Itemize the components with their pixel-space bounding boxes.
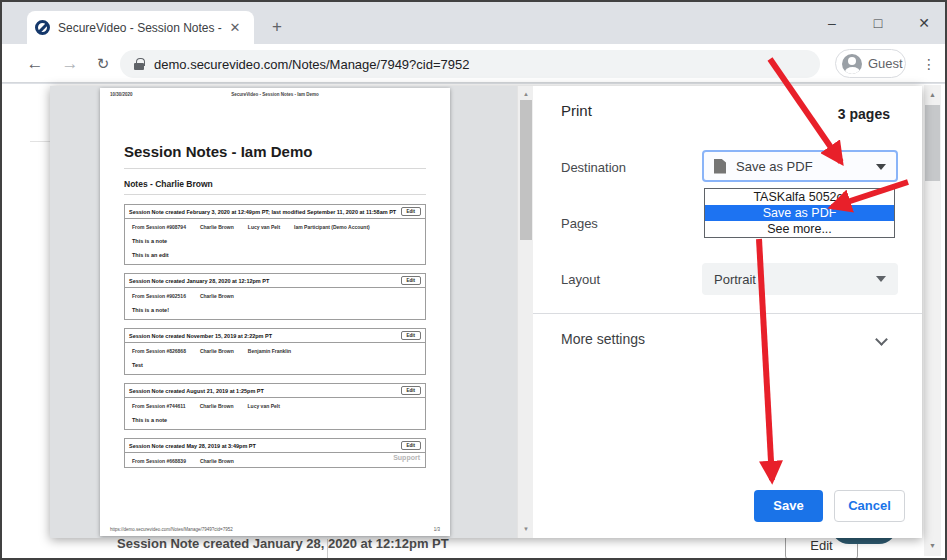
- new-tab-button[interactable]: +: [264, 14, 290, 40]
- caret-down-icon: [876, 164, 886, 170]
- support-watermark: Support: [393, 454, 420, 461]
- scroll-down-icon[interactable]: ▼: [924, 539, 941, 553]
- minimize-button[interactable]: –: [817, 10, 847, 36]
- divider: [533, 313, 922, 314]
- note-meta: Lucy van Pelt: [248, 403, 280, 409]
- layout-value: Portrait: [714, 272, 756, 287]
- note-meta: From Session #908794: [132, 224, 186, 230]
- note-text: This is a note!: [132, 307, 418, 313]
- note-meta: From Session #668839: [132, 458, 186, 464]
- note-meta: Charlie Brown: [200, 403, 234, 409]
- background-note-heading: Session Note created January 28, 2020 at…: [117, 536, 449, 551]
- url-text: demo.securevideo.com/Notes/Manage/7949?c…: [154, 57, 469, 72]
- scrollbar-thumb[interactable]: [520, 100, 532, 240]
- session-note-card: Session Note created November 15, 2019 a…: [124, 328, 426, 375]
- note-meta: From Session #826868: [132, 348, 186, 354]
- browser-window: SecureVideo - Session Notes - Ia ✕ + – □…: [0, 0, 947, 560]
- securevideo-favicon: [35, 20, 50, 35]
- more-settings-button[interactable]: More settings: [561, 331, 645, 347]
- browser-toolbar: ← → ↻ demo.securevideo.com/Notes/Manage/…: [2, 44, 945, 83]
- note-edit-button: Edit: [401, 386, 422, 395]
- tab-strip: SecureVideo - Session Notes - Ia ✕ + – □…: [2, 2, 945, 44]
- dropdown-option-save-as-pdf[interactable]: Save as PDF: [705, 205, 894, 221]
- background-card-border: [327, 539, 328, 560]
- profile-button[interactable]: Guest: [835, 49, 906, 78]
- note-meta: Lucy van Pelt: [248, 224, 280, 230]
- profile-label: Guest: [868, 56, 903, 71]
- note-edit-button: Edit: [401, 441, 422, 450]
- scroll-down-icon[interactable]: ▼: [518, 523, 534, 536]
- note-header: Session Note created January 28, 2020 at…: [129, 278, 269, 284]
- divider: [124, 194, 426, 195]
- session-note-card: Session Note created January 28, 2020 at…: [124, 273, 426, 320]
- document-icon: [714, 159, 726, 174]
- scrollbar-thumb[interactable]: [925, 105, 940, 181]
- note-text: This is an edit: [132, 252, 418, 258]
- lock-icon: [134, 58, 144, 70]
- pages-label: Pages: [561, 216, 598, 231]
- cancel-button[interactable]: Cancel: [834, 490, 905, 522]
- address-bar[interactable]: demo.securevideo.com/Notes/Manage/7949?c…: [120, 50, 820, 78]
- tab-close-icon[interactable]: ✕: [226, 19, 244, 37]
- print-settings-panel: Print 3 pages Destination Save as PDF TA…: [533, 86, 922, 538]
- destination-select[interactable]: Save as PDF: [702, 150, 898, 182]
- page-divider: [30, 141, 50, 142]
- notes-section-title: Notes - Charlie Brown: [124, 179, 426, 189]
- note-header: Session Note created November 15, 2019 a…: [129, 333, 272, 339]
- note-meta: Benjamin Franklin: [248, 348, 291, 354]
- avatar-icon: [842, 54, 862, 74]
- maximize-button[interactable]: □: [863, 10, 893, 36]
- note-meta: From Session #744611: [132, 403, 186, 409]
- save-button[interactable]: Save: [754, 490, 823, 522]
- note-text: Test: [132, 362, 418, 368]
- document-title: Session Notes - Iam Demo: [124, 143, 426, 160]
- tab-securevideo[interactable]: SecureVideo - Session Notes - Ia ✕: [27, 11, 254, 44]
- caret-down-icon: [876, 276, 886, 282]
- note-edit-button: Edit: [401, 207, 422, 216]
- chevron-down-icon: [875, 333, 888, 346]
- layout-label: Layout: [561, 272, 600, 287]
- layout-select[interactable]: Portrait: [702, 263, 898, 295]
- browser-scrollbar[interactable]: ▲ ▼: [924, 85, 941, 556]
- print-dialog-title: Print: [561, 102, 592, 119]
- print-preview-pane: 10/30/2020 SecureVideo - Session Notes -…: [50, 86, 517, 538]
- refresh-icon[interactable]: ↻: [90, 51, 116, 77]
- page-count: 3 pages: [838, 106, 890, 122]
- session-note-card: Session Note created February 3, 2020 at…: [124, 204, 426, 265]
- menu-icon[interactable]: ⋮: [918, 50, 940, 78]
- note-header: Session Note created February 3, 2020 at…: [129, 209, 396, 215]
- note-edit-button: Edit: [401, 331, 422, 340]
- print-footer-page-number: 1/3: [434, 527, 440, 532]
- destination-dropdown-menu: TASKalfa 5052ci Save as PDF See more...: [704, 188, 895, 238]
- note-edit-button: Edit: [401, 276, 422, 285]
- note-meta: Charlie Brown: [200, 224, 234, 230]
- session-note-card: Session Note created May 28, 2019 at 3:4…: [124, 438, 426, 468]
- preview-page-1: 10/30/2020 SecureVideo - Session Notes -…: [100, 88, 450, 536]
- note-meta: Iam Participant (Demo Account): [294, 224, 370, 230]
- dropdown-option-see-more[interactable]: See more...: [705, 221, 894, 237]
- note-meta: Charlie Brown: [200, 348, 234, 354]
- print-header-title: SecureVideo - Session Notes - Iam Demo: [110, 92, 440, 97]
- note-header: Session Note created August 21, 2019 at …: [129, 388, 264, 394]
- destination-value: Save as PDF: [736, 159, 813, 174]
- dropdown-option-taskalfa[interactable]: TASKalfa 5052ci: [705, 189, 894, 205]
- print-dialog: 10/30/2020 SecureVideo - Session Notes -…: [50, 86, 922, 538]
- preview-scrollbar[interactable]: ▲ ▼: [517, 86, 533, 538]
- session-note-card: Session Note created August 21, 2019 at …: [124, 383, 426, 430]
- tab-title: SecureVideo - Session Notes - Ia: [58, 21, 222, 35]
- note-text: This is a note: [132, 417, 418, 423]
- note-meta: Charlie Brown: [200, 293, 234, 299]
- forward-icon[interactable]: →: [57, 51, 83, 77]
- divider: [124, 168, 426, 169]
- close-button[interactable]: ✕: [909, 10, 939, 36]
- note-header: Session Note created May 28, 2019 at 3:4…: [129, 443, 256, 449]
- note-text: This is a note: [132, 238, 418, 244]
- note-meta: Charlie Brown: [200, 458, 234, 464]
- scroll-up-icon[interactable]: ▲: [924, 88, 941, 102]
- destination-label: Destination: [561, 160, 626, 175]
- back-icon[interactable]: ←: [22, 51, 48, 77]
- print-footer-url: https://demo.securevideo.com/Notes/Manag…: [110, 527, 233, 532]
- note-meta: From Session #902516: [132, 293, 186, 299]
